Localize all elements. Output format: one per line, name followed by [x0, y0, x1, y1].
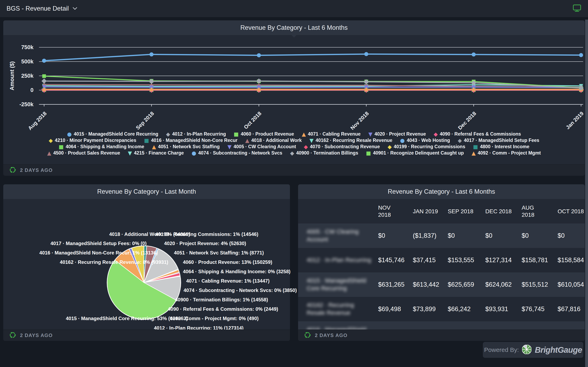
scrollbar[interactable] — [585, 20, 588, 367]
panel-title: Revenue By Category - Last 6 Months — [240, 24, 348, 31]
table-cell: $93,931 — [485, 305, 522, 313]
legend-item-4012[interactable]: ◆4012 · In-Plan Recurring — [166, 131, 226, 137]
table-row-label: 4015 · ManagedShield Core Recurring — [307, 277, 378, 292]
table-cell: $0 — [448, 232, 485, 239]
table-column-header: NOV 2018 — [378, 204, 413, 218]
svg-text:Jan 2019: Jan 2019 — [564, 110, 585, 131]
legend-label: 4043 · Web Hosting — [407, 138, 450, 143]
table-cell: $73,899 — [413, 305, 448, 313]
legend-item-4043[interactable]: ●4043 · Web Hosting — [400, 138, 450, 143]
legend-item-4092[interactable]: ▲4092 · Comm - Project Mgmt — [472, 150, 541, 156]
panel-footer: 2 DAYS AGO — [298, 329, 585, 341]
table-cell: ($1,837) — [413, 232, 448, 239]
table-cell: $0 — [378, 232, 413, 239]
legend-label: 4064 · Shipping & Handling Income — [66, 144, 144, 150]
legend-item-4060[interactable]: ■4060 · Product Revenue — [234, 131, 294, 137]
dashboard-picker[interactable]: BGS - Revenue Detail — [7, 5, 77, 12]
brightgauge-logo-icon — [522, 345, 531, 355]
refresh-icon[interactable] — [9, 331, 16, 340]
legend-item-40162[interactable]: ▼40162 · Recurring Resale Revenue — [310, 138, 392, 143]
last-updated: 2 DAYS AGO — [20, 167, 53, 173]
pie-slice-label: 4016 · ManagedShield Non-Core Recur: 1% … — [39, 250, 158, 256]
legend-marker-icon: ■ — [144, 138, 149, 143]
svg-text:500k: 500k — [21, 58, 34, 65]
legend-item-40199[interactable]: ◆40199 · Recurring Commissions — [388, 144, 465, 150]
legend-item-4016[interactable]: ■4016 · ManagedShield Non-Core Recur — [144, 138, 237, 143]
legend-item-40901[interactable]: ■40901 · Recognize Delinquent Caught up — [366, 150, 464, 156]
powered-by-badge[interactable]: Powered By: BrightGauge — [483, 342, 583, 358]
legend-label: 4090 · Referral Fees & Commissions — [440, 131, 521, 137]
table-cell: $69,498 — [378, 305, 413, 313]
legend-row: ●4015 · ManagedShield Core Recurring◆401… — [63, 131, 525, 137]
svg-text:Amount ($): Amount ($) — [9, 61, 15, 90]
legend-label: 4800 · Interest Income — [480, 144, 529, 150]
table-column-header: SEP 2018 — [448, 208, 485, 215]
refresh-icon[interactable] — [304, 331, 311, 340]
legend-item-4074[interactable]: ●4074 · Subcontracting - Network Svcs — [191, 150, 282, 156]
legend-item-4800[interactable]: ■4800 · Interest Income — [473, 144, 529, 150]
legend-label: 4215 · Finance Charge — [134, 150, 184, 156]
legend-item-4018[interactable]: ▲4018 · Additional Work — [245, 138, 302, 143]
legend-marker-icon: ▲ — [472, 150, 476, 156]
legend-label: 4074 · Subcontracting - Network Svcs — [198, 150, 282, 156]
revenue-table: NOV 2018JAN 2019SEP 2018DEC 2018AUG 2018… — [298, 199, 585, 330]
legend-item-4210[interactable]: ◆4210 · Minor Payment Discrepancies — [49, 138, 136, 143]
legend-item-4020[interactable]: ▼4020 · Project Revenue — [368, 131, 426, 137]
line-chart: 750k500k250k0-250kAug 2018Sep 2018Oct 20… — [3, 35, 585, 131]
brightgauge-wordmark: BrightGauge — [535, 345, 582, 355]
legend-item-4215[interactable]: ▼4215 · Finance Charge — [128, 150, 184, 156]
table-column-header: JAN 2019 — [413, 208, 448, 215]
panel-header: Revenue By Category - Last Month — [3, 184, 290, 199]
legend-item-4017[interactable]: ◆4017 · ManagedShield Setup Fees — [458, 138, 539, 143]
legend-marker-icon: ▲ — [152, 144, 156, 150]
table-row: 4012 · In-Plan Recurring$145,746$37,415$… — [298, 248, 585, 272]
legend-item-4015[interactable]: ●4015 · ManagedShield Core Recurring — [67, 131, 158, 137]
table-cell: $0 — [522, 232, 558, 239]
legend-marker-icon: ▼ — [128, 150, 132, 156]
pie-slice-label: 4060 · Product Revenue: 13% (150259) — [183, 259, 272, 265]
table-cell: $158,781 — [522, 257, 558, 264]
legend-marker-icon: ▲ — [245, 138, 249, 143]
panel-revenue-6months-table: Revenue By Category - Last 6 Months NOV … — [298, 184, 585, 341]
legend-label: 4015 · ManagedShield Core Recurring — [74, 131, 158, 137]
table-row: 4016 · ManagedShield Non-Core Recur — [298, 321, 585, 330]
legend-label: 4060 · Product Revenue — [241, 131, 294, 137]
legend-item-4090[interactable]: ◆4090 · Referral Fees & Commissions — [434, 131, 521, 137]
pie-slice-label: 40199 · Recurring Commissions: 1% (14546… — [155, 231, 258, 237]
legend-marker-icon: ■ — [366, 150, 371, 156]
legend-item-4005[interactable]: ▼4005 · CW Clearing Account — [227, 144, 296, 150]
table-cell: $145,746 — [378, 257, 413, 264]
legend-marker-icon: ◆ — [166, 132, 170, 137]
panel-footer: 2 DAYS AGO — [3, 164, 585, 176]
legend-marker-icon: ● — [191, 150, 196, 156]
legend-marker-icon: ◆ — [434, 132, 438, 137]
legend-item-4500[interactable]: ▲4500 · Product Sales Revenue — [47, 150, 120, 156]
last-updated: 2 DAYS AGO — [315, 333, 347, 338]
legend-label: 4016 · ManagedShield Non-Core Recur — [151, 138, 237, 143]
legend-item-4070[interactable]: ◆4070 · Subcontracting Revenue — [304, 144, 380, 150]
legend-row: ◆4210 · Minor Payment Discrepancies■4016… — [45, 137, 543, 143]
legend-marker-icon: ◆ — [290, 150, 294, 156]
chevron-down-icon — [72, 7, 77, 11]
pie-slice-label: 4090 · Referral Fees & Commissions: 0% (… — [168, 306, 278, 312]
table-row-label: 40162 · Recurring Resale Revenue — [307, 301, 378, 317]
panel-footer: 2 DAYS AGO — [3, 329, 290, 341]
table-cell: $76,745 — [522, 305, 558, 313]
table-cell: $67,816 — [558, 305, 585, 313]
legend-item-4064[interactable]: ■4064 · Shipping & Handling Income — [59, 144, 144, 150]
svg-text:750k: 750k — [21, 44, 34, 50]
refresh-icon[interactable] — [9, 166, 16, 174]
legend-item-40900[interactable]: ◆40900 · Termination Billings — [290, 150, 358, 156]
tv-mode-icon[interactable] — [572, 4, 581, 13]
legend-item-4051[interactable]: ▲4051 · Network Svc Staffing — [152, 144, 220, 150]
svg-text:-250k: -250k — [19, 101, 34, 108]
pie-slice-label: 40900 · Termination Billings: 1% (14558) — [175, 297, 268, 303]
svg-text:Oct 2018: Oct 2018 — [242, 110, 263, 130]
table-cell: $515,512 — [522, 281, 558, 288]
legend-marker-icon: ▲ — [47, 150, 51, 156]
pie-slice-label: 4071 · Cabling Revenue: 1% (13447) — [186, 278, 269, 284]
legend-row: ▲4500 · Product Sales Revenue▼4215 · Fin… — [43, 150, 545, 156]
panel-title: Revenue By Category - Last Month — [97, 188, 196, 195]
pie-slice-label: 4092 · Comm - Project Mgmt: 0% (490) — [170, 316, 259, 321]
legend-item-4071[interactable]: ▲4071 · Cabling Revenue — [302, 131, 361, 137]
